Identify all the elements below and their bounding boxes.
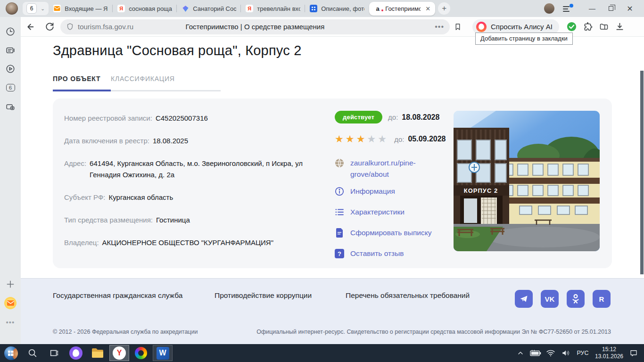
star-icon: ★ (367, 133, 378, 144)
field-row: Тип средства размещения:Гостиница (64, 214, 331, 226)
odnoklassniki-icon[interactable] (567, 290, 585, 308)
alice-taskbar-icon[interactable] (65, 344, 87, 362)
star-rating: ★★★★★ (335, 134, 388, 144)
leave-review-link[interactable]: ? Оставить отзыв (335, 248, 455, 259)
chevron-down-icon: ⌄ (41, 6, 45, 12)
sidebar-add-icon[interactable] (5, 279, 16, 289)
tab-label: Описание, фото и у (321, 5, 364, 12)
characteristics-link[interactable]: Характеристики (335, 206, 455, 218)
task-view-icon[interactable] (43, 344, 65, 362)
new-tab-button[interactable]: + (438, 2, 450, 15)
shield-icon (66, 22, 74, 31)
feed-icon[interactable] (5, 45, 16, 56)
footer-link-civil-service[interactable]: Государственная гражданская служба (53, 291, 182, 300)
wifi-icon[interactable] (543, 344, 558, 362)
language-indicator[interactable]: РУС (573, 350, 592, 356)
star-icon: ★ (378, 133, 388, 144)
status-badge: действует (335, 111, 382, 123)
document-icon (335, 228, 344, 238)
tab-description[interactable]: Описание, фото и у (305, 0, 369, 17)
telegram-icon[interactable] (515, 290, 533, 308)
taskbar-search-icon[interactable] (22, 344, 43, 362)
footer-link-requirements[interactable]: Перечень обязательных требований (346, 291, 470, 300)
field-list: Номер реестровой записи:С452025007316 Да… (64, 113, 331, 260)
yandex-mail-sidebar-icon[interactable] (4, 297, 17, 309)
clock[interactable]: 15:12 13.01.2026 (592, 346, 626, 360)
start-button[interactable] (0, 344, 22, 362)
tab-mail[interactable]: Входящие — Янде (49, 0, 113, 17)
back-button[interactable] (22, 19, 38, 35)
file-explorer-icon[interactable] (87, 344, 108, 362)
tab-counter[interactable]: 6 ⌄ (23, 2, 49, 15)
history-icon[interactable] (5, 26, 16, 37)
object-photo[interactable]: КОРПУС 2 (454, 111, 600, 251)
sidebar-more-icon[interactable]: ••• (5, 317, 16, 327)
object-card: Номер реестровой записи:С452025007316 Да… (53, 99, 612, 268)
more-icon[interactable]: ••• (435, 23, 444, 31)
profile-avatar[interactable] (6, 2, 18, 15)
tab-label: сосновая роща але (129, 5, 172, 12)
account-avatar[interactable] (544, 3, 554, 14)
screenshot-icon[interactable] (5, 102, 16, 112)
scrollbar-thumb[interactable] (640, 71, 644, 274)
reload-button[interactable] (41, 19, 58, 35)
battery-icon[interactable] (528, 344, 543, 362)
action-center-icon[interactable] (626, 344, 641, 362)
rutube-icon[interactable]: R (593, 290, 611, 308)
video-icon[interactable] (5, 64, 16, 74)
tabs-panel-icon[interactable]: 6 (5, 82, 16, 93)
side-panels-icon[interactable] (596, 19, 612, 35)
info-icon (335, 187, 344, 196)
browser-sidebar: 6 ••• (0, 17, 21, 344)
field-row: Субъект РФ:Курганская область (64, 192, 331, 203)
gem-icon (182, 5, 189, 12)
address-bar[interactable]: tourism.fsa.gov.ru Гостеприимство | О ср… (60, 19, 450, 34)
footer-link-anticorruption[interactable]: Противодействие коррупции (215, 291, 312, 300)
minimize-button[interactable]: — (583, 1, 602, 16)
social-links: VK R (515, 290, 611, 308)
tab-search-1[interactable]: Я сосновая роща але (113, 0, 177, 17)
bookmark-icon[interactable] (450, 19, 466, 35)
yandex-browser-taskbar-icon[interactable]: Y (109, 345, 129, 361)
page-footer: Государственная гражданская служба Проти… (21, 278, 644, 344)
generate-extract-link[interactable]: Сформировать выписку (335, 227, 455, 239)
volume-icon[interactable] (558, 344, 573, 362)
field-row: Дата включения в реестр:18.08.2025 (64, 135, 331, 147)
tray-chevron-up-icon[interactable] (513, 344, 528, 362)
taskbar: Y W РУС 15:12 13.01.2026 (0, 344, 644, 362)
page-tabs: ПРО ОБЪЕКТ КЛАССИФИКАЦИЯ (53, 75, 221, 90)
tab-about-object[interactable]: ПРО ОБЪЕКТ (53, 75, 111, 90)
tab-label: Входящие — Янде (65, 5, 108, 12)
legal-text: Официальный интернет-ресурс. Свидетельст… (256, 329, 611, 335)
word-taskbar-icon[interactable]: W (153, 345, 173, 361)
restore-button[interactable] (602, 1, 620, 16)
field-row: Номер реестровой записи:С452025007316 (64, 113, 331, 124)
colorful-ring-app-icon[interactable] (130, 344, 152, 362)
status-row: действует до: 18.08.2028 (335, 111, 455, 123)
vk-icon[interactable]: VK (541, 290, 559, 308)
browser-menu-icon[interactable] (563, 5, 572, 12)
url-text: tourism.fsa.gov.ru (78, 23, 133, 31)
yandex-icon: Я (117, 5, 125, 12)
alice-icon (476, 22, 487, 32)
extensions-icon[interactable] (580, 19, 596, 35)
question-icon: ? (335, 249, 344, 258)
information-link[interactable]: Информация (335, 186, 455, 197)
copyright-text: © 2012 - 2026 Федеральная служба по аккр… (53, 329, 198, 335)
tab-hospitality-active[interactable]: а Гостеприимств ✕ (369, 2, 435, 16)
tab-count-number: 6 (26, 3, 37, 14)
globe-icon (335, 158, 344, 168)
ask-alice-button[interactable]: Спросить Алису AI (472, 19, 559, 34)
yandex-mail-icon (53, 5, 61, 12)
active-tab-indicator (53, 90, 111, 91)
downloads-icon[interactable] (612, 19, 628, 35)
tab-sanatorium[interactable]: Санаторий Соснов (177, 0, 241, 17)
close-window-button[interactable]: ✕ (620, 1, 639, 16)
tab-travelline[interactable]: Я тревеллайн вход в (241, 0, 305, 17)
tab-classification[interactable]: КЛАССИФИКАЦИЯ (111, 75, 221, 90)
close-tab-icon[interactable]: ✕ (424, 5, 431, 12)
website-link[interactable]: zauralkurort.ru/pine-grove/about (335, 157, 455, 180)
field-row: Адрес:641494, Курганская Область, м.о. З… (64, 158, 331, 181)
system-tray: РУС 15:12 13.01.2026 (513, 344, 644, 362)
star-rating-row: ★★★★★ до: 05.09.2028 (335, 134, 455, 144)
